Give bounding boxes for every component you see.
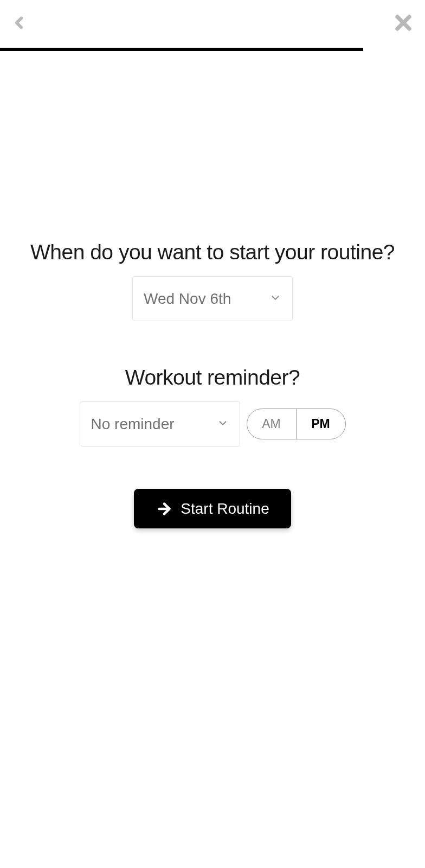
chevron-down-icon xyxy=(269,292,281,306)
date-value: Wed Nov 6th xyxy=(144,290,231,308)
reminder-row: No reminder AM PM xyxy=(80,401,346,446)
main-content: When do you want to start your routine? … xyxy=(0,48,425,528)
back-button[interactable] xyxy=(5,8,33,40)
start-button-label: Start Routine xyxy=(181,500,269,518)
reminder-select[interactable]: No reminder xyxy=(80,401,240,446)
ampm-toggle: AM PM xyxy=(247,409,346,439)
close-button[interactable] xyxy=(387,7,420,41)
chevron-left-icon xyxy=(10,12,28,34)
close-icon xyxy=(391,11,415,35)
am-option[interactable]: AM xyxy=(247,409,297,439)
arrow-right-icon xyxy=(156,500,173,518)
pm-option[interactable]: PM xyxy=(297,409,345,439)
start-question-title: When do you want to start your routine? xyxy=(30,240,395,264)
date-select[interactable]: Wed Nov 6th xyxy=(132,276,293,321)
header xyxy=(0,0,425,48)
reminder-question-title: Workout reminder? xyxy=(125,366,300,390)
start-routine-button[interactable]: Start Routine xyxy=(134,489,291,528)
chevron-down-icon xyxy=(217,417,229,431)
progress-bar xyxy=(0,48,363,51)
reminder-value: No reminder xyxy=(91,416,175,433)
